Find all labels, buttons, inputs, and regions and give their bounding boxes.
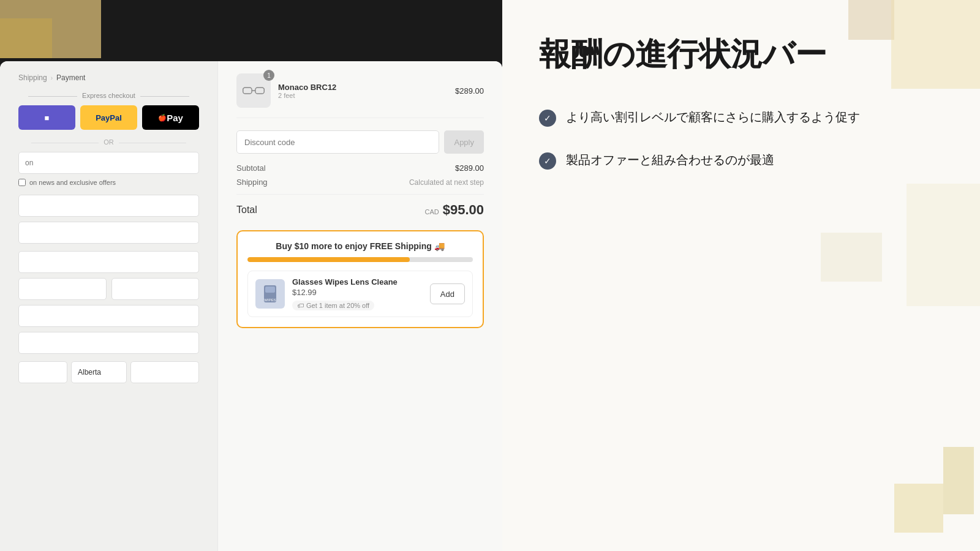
last-name-input[interactable] (111, 278, 200, 300)
product-sub: 2 feet (278, 92, 448, 99)
divider (236, 194, 484, 195)
newsletter-checkbox[interactable] (18, 179, 26, 186)
product-row: 1 Monaco BRC12 2 feet $289.00 (236, 73, 484, 118)
express-buttons-group: ■ PayPal 🍎 Pay (18, 105, 199, 130)
deco-br-2 (943, 447, 974, 514)
product-image-wrap: 1 (236, 73, 271, 108)
breadcrumb: Shipping › Payment (18, 73, 199, 82)
product-name: Monaco BRC12 (278, 83, 448, 92)
tablet-screen: Shipping › Payment Express checkout ■ Pa… (0, 61, 502, 551)
applepay-label: Pay (167, 113, 183, 123)
feature-text-2: 製品オファーと組み合わせるのが最適 (566, 151, 774, 168)
offer-info: Glasses Wipes Lens Cleane $12.99 🏷 Get 1… (292, 277, 423, 310)
right-panel: 報酬の進行状況バー ✓ より高い割引レベルで顧客にさらに購入するよう促す ✓ 製… (502, 0, 980, 551)
address-main-input[interactable] (18, 305, 199, 327)
breadcrumb-payment: Payment (56, 73, 85, 82)
address2-input[interactable] (18, 222, 199, 244)
subtotal-value: $289.00 (455, 163, 484, 173)
offer-price: $12.99 (292, 288, 423, 297)
total-amount: $95.00 (443, 202, 484, 218)
checkout-left-panel: Shipping › Payment Express checkout ■ Pa… (0, 61, 217, 551)
btn-paypal[interactable]: PayPal (80, 105, 137, 130)
discount-row: Apply (236, 130, 484, 154)
deco-br-1 (894, 484, 943, 533)
province-select[interactable]: Alberta (71, 361, 127, 383)
btn-apple-pay[interactable]: 🍎 Pay (142, 105, 199, 130)
feature-list: ✓ より高い割引レベルで顧客にさらに購入するよう促す ✓ 製品オファーと組み合わ… (539, 108, 943, 170)
checkout-right-panel: 1 Monaco BRC12 2 feet $289.00 Apply Subt… (217, 61, 502, 551)
express-checkout-label: Express checkout (18, 92, 199, 99)
shipping-label: Shipping (236, 178, 268, 187)
add-button[interactable]: Add (430, 283, 465, 304)
btn-purple-pay[interactable]: ■ (18, 105, 75, 130)
or-divider: OR (18, 138, 199, 146)
newsletter-label: on news and exclusive offers (29, 179, 116, 186)
breadcrumb-shipping: Shipping (18, 73, 47, 82)
page-title: 報酬の進行状況バー (539, 37, 943, 72)
tablet-area: Shipping › Payment Express checkout ■ Pa… (0, 0, 502, 551)
reward-title: Buy $10 more to enjoy FREE Shipping 🚚 (247, 241, 473, 251)
offer-card: WIPES Glasses Wipes Lens Cleane $12.99 🏷… (247, 271, 473, 317)
svg-rect-6 (265, 287, 275, 293)
progress-bar-wrap (247, 257, 473, 262)
deco-mr-1 (907, 184, 980, 306)
address-optional-input[interactable] (18, 332, 199, 354)
contact-input[interactable] (18, 152, 199, 174)
address-input[interactable] (18, 195, 199, 217)
postal-input[interactable] (130, 361, 200, 383)
first-name-input[interactable] (18, 278, 107, 300)
svg-rect-0 (243, 88, 252, 94)
offer-name: Glasses Wipes Lens Cleane (292, 277, 423, 287)
subtotal-label: Subtotal (236, 163, 266, 173)
paypal-label: PayPal (96, 113, 122, 122)
total-label: Total (236, 204, 257, 216)
progress-bar-fill (247, 257, 410, 262)
total-right: CAD $95.00 (424, 202, 484, 218)
offer-image: WIPES (255, 279, 285, 309)
reward-banner: Buy $10 more to enjoy FREE Shipping 🚚 WI… (236, 230, 484, 328)
address3-input[interactable] (18, 251, 199, 273)
svg-rect-1 (255, 88, 264, 94)
tag-text: Get 1 item at 20% off (306, 302, 369, 309)
name-row (18, 278, 199, 305)
check-icon-1: ✓ (539, 110, 556, 127)
total-row: Total CAD $95.00 (236, 202, 484, 218)
deco-mid-1 (821, 233, 882, 282)
deco-top-left2 (0, 18, 52, 58)
newsletter-row: on news and exclusive offers (18, 179, 199, 186)
feature-item-2: ✓ 製品オファーと組み合わせるのが最適 (539, 151, 943, 170)
svg-line-3 (243, 88, 243, 91)
shipping-value: Calculated at next step (409, 178, 484, 187)
breadcrumb-chevron: › (51, 75, 53, 81)
product-price: $289.00 (455, 86, 484, 96)
total-currency: CAD (424, 208, 439, 216)
svg-text:WIPES: WIPES (264, 298, 276, 302)
subtotal-row: Subtotal $289.00 (236, 163, 484, 173)
offer-tag: 🏷 Get 1 item at 20% off (292, 301, 374, 310)
discount-code-input[interactable] (236, 130, 439, 154)
country-select[interactable] (18, 361, 67, 383)
svg-line-4 (264, 88, 265, 91)
tag-icon: 🏷 (297, 302, 304, 309)
shipping-row: Shipping Calculated at next step (236, 178, 484, 187)
feature-text-1: より高い割引レベルで顧客にさらに購入するよう促す (566, 108, 860, 126)
feature-item-1: ✓ より高い割引レベルで顧客にさらに購入するよう促す (539, 108, 943, 127)
product-badge: 1 (263, 70, 274, 81)
apply-button[interactable]: Apply (444, 130, 484, 154)
product-info: Monaco BRC12 2 feet (278, 83, 448, 99)
deco-tr-1 (848, 0, 894, 40)
check-icon-2: ✓ (539, 152, 556, 170)
